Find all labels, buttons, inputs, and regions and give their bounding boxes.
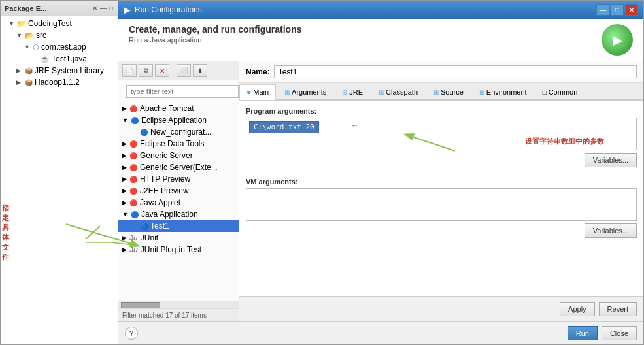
program-variables-btn[interactable]: Variables...: [585, 153, 637, 167]
category-icon: 🔵: [131, 211, 139, 218]
config-category-java-applet[interactable]: ▶ 🔴 Java Applet: [118, 197, 239, 208]
config-item-test1[interactable]: ▶ 🔵 Test1: [118, 220, 239, 232]
config-category-data-tools[interactable]: ▶ 🔴 Eclipse Data Tools: [118, 138, 239, 150]
config-category-java-app[interactable]: ▼ 🔵 Java Application: [118, 208, 239, 220]
new-config-btn[interactable]: 📄: [122, 64, 137, 77]
minimize-panel-icon[interactable]: —: [99, 4, 107, 12]
dialog-header-sub: Run a Java application: [129, 36, 302, 44]
tab-main[interactable]: ● Main: [239, 84, 276, 100]
tab-label: Main: [253, 88, 269, 96]
package-icon: ⬡: [33, 43, 39, 52]
tab-jre[interactable]: ⊞ JRE: [335, 84, 370, 99]
vm-variables-btn[interactable]: Variables...: [585, 223, 637, 238]
expand-arrow: ▼: [8, 20, 15, 27]
filter-input[interactable]: [126, 85, 239, 98]
maximize-panel-icon[interactable]: □: [109, 4, 114, 12]
h-scroll-thumb[interactable]: [121, 302, 160, 308]
name-row: Name:: [239, 61, 643, 83]
program-args-value[interactable]: C:\word.txt 20: [249, 121, 319, 133]
name-input[interactable]: [274, 65, 637, 78]
category-label: Eclipse Data Tools: [140, 139, 205, 148]
category-label: Apache Tomcat: [140, 104, 194, 113]
category-icon: 🔴: [129, 188, 137, 195]
apply-btn[interactable]: Apply: [560, 302, 595, 316]
category-label: Generic Server(Exte...: [140, 163, 218, 172]
expand-icon: ▶: [122, 152, 127, 159]
tab-environment[interactable]: ⊞ Environment: [472, 84, 534, 99]
collapse-btn[interactable]: ⬇: [193, 64, 207, 77]
expand-arrow: ▼: [24, 44, 31, 50]
close-btn[interactable]: Close: [602, 326, 637, 340]
dialog-title: Run Configurations: [135, 5, 202, 14]
config-item-new-config[interactable]: ▶ 🔵 New_configurat...: [118, 126, 239, 138]
run-btn[interactable]: Run: [568, 326, 598, 340]
config-category-j2ee[interactable]: ▶ 🔴 J2EE Preview: [118, 185, 239, 197]
dialog-maximize-btn[interactable]: □: [611, 4, 624, 16]
filter-config-btn[interactable]: ⬜: [177, 64, 191, 77]
tree-item-src[interactable]: ▼ 📂 src: [1, 29, 118, 41]
config-category-generic-server-ext[interactable]: ▶ 🔴 Generic Server(Exte...: [118, 161, 239, 173]
arrow-indicator: ←: [351, 121, 359, 130]
program-args-label: Program arguments:: [246, 107, 637, 115]
tab-label: Environment: [486, 88, 527, 96]
tab-content-main: Program arguments: C:\word.txt 20 ← Vari…: [239, 101, 643, 296]
config-category-eclipse-app[interactable]: ▼ 🔵 Eclipse Application: [118, 114, 239, 126]
close-panel-icon[interactable]: ✕: [92, 4, 98, 12]
name-label: Name:: [246, 67, 270, 76]
category-icon: Ju: [129, 246, 138, 254]
dialog-close-btn[interactable]: ✕: [625, 4, 638, 16]
revert-btn[interactable]: Revert: [599, 302, 637, 316]
tab-label: Arguments: [292, 88, 326, 96]
dialog-header-title: Create, manage, and run configurations: [129, 24, 302, 35]
run-big-icon: ▶: [602, 24, 633, 56]
category-label: HTTP Preview: [140, 174, 190, 184]
tree-item-package[interactable]: ▼ ⬡ com.test.app: [1, 41, 118, 53]
expand-icon: ▶: [122, 188, 127, 194]
config-toolbar: 📄 ⧉ ✕ ⬜ ⬇: [118, 61, 239, 80]
tab-source[interactable]: ⊞ Source: [426, 84, 471, 99]
tree-item-test1java[interactable]: ▶ ☕ Test1.java: [1, 53, 118, 65]
category-label: Java Applet: [140, 198, 180, 207]
category-label: JUnit: [141, 233, 158, 242]
category-icon: 🔴: [129, 105, 137, 112]
vm-args-section: VM arguments: Variables...: [246, 178, 637, 238]
tab-common[interactable]: □ Common: [535, 84, 585, 99]
expand-icon: ▼: [122, 117, 128, 123]
category-icon: Ju: [129, 234, 138, 242]
tree-label: CodeingTest: [28, 19, 72, 28]
tree-item-hadoop[interactable]: ▶ 📦 Hadoop1.1.2: [1, 76, 118, 88]
item-label: Test1: [150, 222, 169, 231]
dialog-header: Create, manage, and run configurations R…: [118, 19, 643, 61]
tab-icon: ●: [246, 88, 251, 97]
tree-item-jre[interactable]: ▶ 📦 JRE System Library: [1, 65, 118, 76]
java-file-icon: ☕: [41, 55, 50, 63]
duplicate-config-btn[interactable]: ⧉: [139, 64, 153, 77]
config-category-generic-server[interactable]: ▶ 🔴 Generic Server: [118, 150, 239, 161]
tab-arguments[interactable]: ⊞ Arguments: [277, 84, 333, 99]
dialog-minimize-btn[interactable]: —: [596, 4, 609, 16]
config-category-junit-plugin[interactable]: ▶ Ju JUnit Plug-in Test: [118, 244, 239, 255]
delete-config-btn[interactable]: ✕: [155, 64, 169, 77]
config-detail-panel: Name: ● Main ⊞ Arguments: [239, 61, 643, 321]
config-h-scrollbar[interactable]: [118, 301, 239, 308]
category-label: Java Application: [141, 210, 198, 219]
config-category-http[interactable]: ▶ 🔴 HTTP Preview: [118, 173, 239, 185]
tab-classpath[interactable]: ⊞ Classpath: [371, 84, 425, 99]
jar-icon: 📦: [25, 67, 33, 74]
main-window: Package E... ✕ — □ ▼ 📁 CodeingTest ▼ 📂: [0, 0, 644, 345]
config-category-tomcat[interactable]: ▶ 🔴 Apache Tomcat: [118, 103, 239, 114]
config-category-junit[interactable]: ▶ Ju JUnit: [118, 232, 239, 244]
tree-item-codeingtest[interactable]: ▼ 📁 CodeingTest: [1, 18, 118, 29]
tab-label: JRE: [349, 88, 363, 96]
tab-icon: □: [543, 89, 547, 96]
filter-status: Filter matched 17 of 17 items: [118, 308, 239, 321]
tabs-bar: ● Main ⊞ Arguments ⊞ JRE: [239, 83, 643, 101]
category-label: J2EE Preview: [140, 186, 189, 195]
program-args-area: C:\word.txt 20 ←: [246, 118, 637, 150]
tree-label: src: [36, 31, 46, 40]
help-icon[interactable]: ?: [125, 327, 138, 340]
panel-title: Package E...: [5, 5, 46, 12]
jar-icon: 📦: [25, 79, 33, 86]
tree-label: Test1.java: [52, 54, 87, 63]
vm-args-area: [246, 188, 637, 221]
